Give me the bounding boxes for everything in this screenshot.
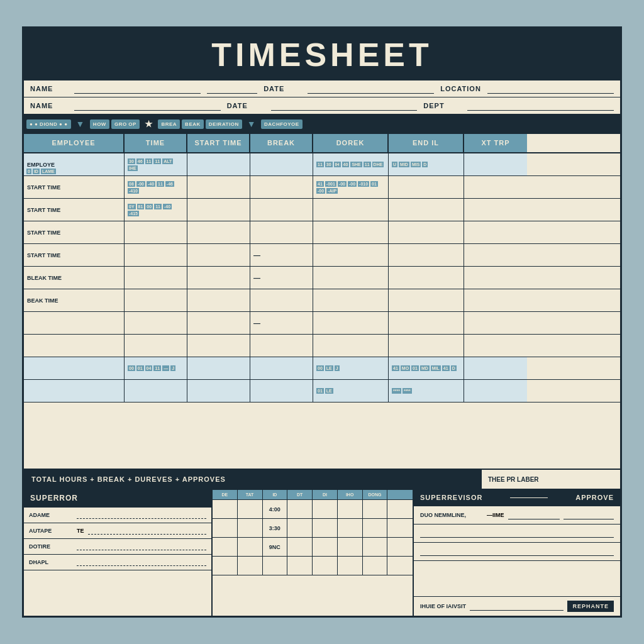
bottom-left-header: SUPERROR: [24, 490, 211, 508]
col-header-start-time: START TIME: [187, 134, 250, 152]
col-header-employee: EMPLOYEE: [24, 134, 125, 152]
dc-time-7: [125, 312, 187, 334]
dc-dorek-6: [313, 289, 389, 311]
col-tags-bar: ● ● DIOND ● ● ▼ HOW GRO OP ★ BREA BEAK D…: [24, 115, 620, 134]
dc-break-0: [250, 153, 313, 175]
dc-xt-1: [464, 176, 527, 198]
br-approve-label: APPROVE: [575, 494, 614, 501]
dc-break-3: [250, 221, 313, 243]
dc-dorek-4: [313, 244, 389, 266]
dc-emp-7: [24, 312, 125, 334]
dc-end-8: [389, 335, 464, 357]
dc-end-6: [389, 289, 464, 311]
bl-label-4: DHAPL: [29, 559, 73, 565]
dc-break-9: [250, 357, 313, 379]
dc-dorek-0: 1130IH40SHE11DHE: [313, 153, 389, 175]
table-row: —: [24, 312, 620, 335]
approve-button[interactable]: REPHANTE: [567, 601, 614, 612]
bl-label-3: DOTIRE: [29, 543, 73, 550]
tag-break1: BREA: [158, 119, 180, 129]
dc-end-10: ********: [389, 380, 464, 402]
br-line-1: [508, 511, 560, 519]
dc-start-8: [187, 335, 250, 357]
bm-dcell: [313, 500, 338, 518]
bm-dcell: [287, 519, 313, 537]
br-line-2: [420, 529, 614, 538]
dc-end-4: [389, 244, 464, 266]
dc-start-0: [187, 153, 250, 175]
bm-hcell: IHO: [338, 490, 363, 499]
col-header-break: BREAK: [250, 134, 313, 152]
bm-dcell: [213, 519, 238, 537]
bm-hcell: DI: [313, 490, 338, 499]
dc-start-2: [187, 199, 250, 221]
bm-data-row: 4:00: [213, 500, 413, 519]
bm-dcell: 3:30: [263, 519, 288, 537]
bm-dcell: [363, 538, 388, 556]
bm-dcell: [238, 519, 263, 537]
dc-start-4: [187, 244, 250, 266]
dc-time-1: 08-00-4011-46-410: [125, 176, 187, 198]
bm-dcell: [213, 538, 238, 556]
bl-dots-2: [88, 527, 206, 535]
dc-time-0: 30461111ALTIHE: [125, 153, 187, 175]
dc-break-6: [250, 289, 313, 311]
dc-end-1: [389, 176, 464, 198]
date-line-2: [271, 101, 418, 111]
bottom-left-row: DOTIRE: [24, 539, 211, 555]
dc-break-10: [250, 380, 313, 402]
dc-time-2: 0Y810011-40-415: [125, 199, 187, 221]
dc-end-7: [389, 312, 464, 334]
dept-label: DEPT: [423, 102, 461, 109]
dc-end-5: [389, 267, 464, 289]
bm-dcell: [363, 500, 388, 518]
dc-xt-6: [464, 289, 527, 311]
dc-end-9: 41MO01MDMIL41D: [389, 357, 464, 379]
tag-arrow2: ▼: [244, 117, 259, 131]
dc-end-2: [389, 199, 464, 221]
br-footer: IHUIE OF IAIVSIT REPHANTE: [414, 596, 620, 616]
dc-time-10: [125, 380, 187, 402]
dc-start-9: [187, 357, 250, 379]
bm-dcell: [238, 538, 263, 556]
bl-dots-1: [77, 511, 206, 519]
dc-dorek-3: [313, 221, 389, 243]
bm-dcell: [313, 538, 338, 556]
dc-time-3: [125, 221, 187, 243]
bm-hcell: [387, 490, 413, 499]
bm-dcell: [213, 500, 238, 518]
table-row: START TIME —: [24, 244, 620, 267]
bm-dcell: [213, 557, 238, 575]
date-label-1: DATE: [264, 85, 301, 92]
tag-employee: DACHFOYOE: [261, 119, 303, 129]
dc-xt-2: [464, 199, 527, 221]
bl-dots-4: [77, 558, 206, 566]
dc-time-6: [125, 289, 187, 311]
page-title: TIMESHEET: [24, 36, 620, 74]
bm-dcell: [238, 557, 263, 575]
bm-dcell: [263, 557, 288, 575]
bm-dcell: [387, 538, 413, 556]
dc-emp-4: START TIME: [24, 244, 125, 266]
bm-dcell: [387, 519, 413, 537]
bm-dcell: [363, 557, 388, 575]
bottom-left-row: ADAME: [24, 508, 211, 523]
dc-xt-8: [464, 335, 527, 357]
table-row: START TIME 08-00-4011-46-410 41-001-00-0…: [24, 176, 620, 199]
dc-emp-3: START TIME: [24, 221, 125, 243]
br-row-2: [414, 525, 620, 543]
header: TIMESHEET: [24, 28, 620, 80]
dc-start-10: [187, 380, 250, 402]
bm-dcell: [338, 538, 363, 556]
table-row: START TIME 0Y810011-40-415: [24, 199, 620, 221]
dc-time-8: [125, 335, 187, 357]
date-line-sm: [207, 84, 257, 94]
col-header-end-il: END IL: [389, 134, 464, 152]
bm-dcell: [287, 500, 313, 518]
location-label: LOCATION: [440, 85, 481, 92]
tag-group: GRO OP: [111, 119, 140, 129]
table-row: EMPLOYE 0IDLAME 30461111ALTIHE 1130IH40S…: [24, 153, 620, 176]
dc-dorek-10: 01LE: [313, 380, 389, 402]
dc-dorek-1: 41-001-00-00-01001-00-AIP: [313, 176, 389, 198]
bottom-left-row: DHAPL: [24, 555, 211, 570]
